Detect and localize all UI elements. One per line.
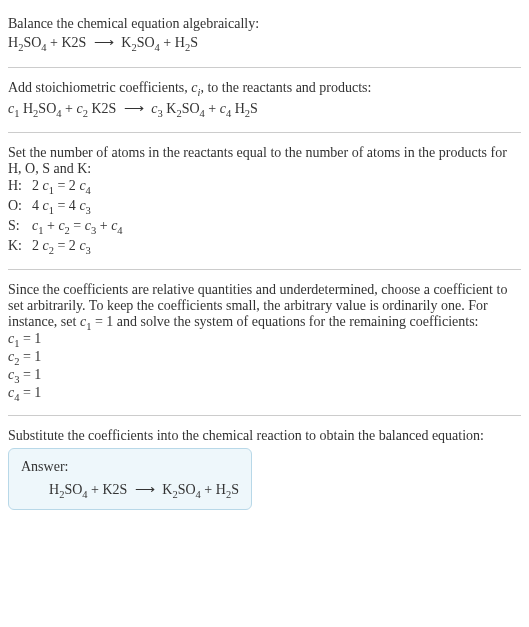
atom-label-k: K:	[8, 238, 32, 254]
r3-val: = 1	[19, 367, 41, 382]
s-eq: =	[70, 218, 85, 233]
choose-section: Since the coefficients are relative quan…	[8, 274, 521, 411]
answer-box: Answer: H2SO4 + K2S ⟶ K2SO4 + H2S	[8, 448, 252, 511]
o-eq-a: 4	[32, 198, 43, 213]
atoms-text: Set the number of atoms in the reactants…	[8, 145, 521, 177]
intro-text: Balance the chemical equation algebraica…	[8, 16, 521, 32]
divider	[8, 269, 521, 270]
ans-plus1: + K2S	[88, 482, 131, 497]
plus2: +	[205, 101, 220, 116]
k2s: K2S	[88, 101, 120, 116]
k2so4-k: K	[163, 101, 177, 116]
choose-text: Since the coefficients are relative quan…	[8, 282, 521, 332]
atom-row-o: O:4 c1 = 4 c3	[8, 197, 521, 217]
coeff-row-2: c2 = 1	[8, 349, 521, 367]
ans-s: S	[231, 482, 239, 497]
choose-text-b: = 1 and solve the system of equations fo…	[91, 314, 478, 329]
ans-plus2: + H	[201, 482, 226, 497]
h-c4-sub: 4	[86, 185, 91, 196]
substitute-text: Substitute the coefficients into the che…	[8, 428, 521, 444]
atom-row-k: K:2 c2 = 2 c3	[8, 237, 521, 257]
divider	[8, 415, 521, 416]
atom-label-h: H:	[8, 178, 32, 194]
plus-h2s: + H	[160, 35, 185, 50]
arrow-icon: ⟶	[131, 482, 159, 497]
s-plus: +	[43, 218, 58, 233]
stoich-equation: c1 H2SO4 + c2 K2S ⟶ c3 K2SO4 + c4 H2S	[8, 98, 521, 121]
coeff-row-1: c1 = 1	[8, 331, 521, 349]
stoich-text-a: Add stoichiometric coefficients,	[8, 80, 191, 95]
stoich-section: Add stoichiometric coefficients, ci, to …	[8, 72, 521, 129]
r2-val: = 1	[19, 349, 41, 364]
h-eq-mid: = 2	[54, 178, 79, 193]
h2so4-h: H	[19, 101, 33, 116]
product-k2so4-k: K	[118, 35, 132, 50]
k-eq-mid: = 2	[54, 238, 79, 253]
arrow-icon: ⟶	[120, 101, 148, 116]
ans-so: SO	[64, 482, 82, 497]
reactant-h2so4-so: SO	[23, 35, 41, 50]
arrow-icon: ⟶	[90, 35, 118, 50]
intro-equation: H2SO4 + K2S ⟶ K2SO4 + H2S	[8, 32, 521, 55]
k2so4-so: SO	[182, 101, 200, 116]
plus1: +	[62, 101, 77, 116]
r1-val: = 1	[19, 331, 41, 346]
atoms-section: Set the number of atoms in the reactants…	[8, 137, 521, 264]
h2s-s: S	[250, 101, 258, 116]
divider	[8, 132, 521, 133]
intro-section: Balance the chemical equation algebraica…	[8, 8, 521, 63]
atom-label-s: S:	[8, 218, 32, 234]
atom-row-s: S:c1 + c2 = c3 + c4	[8, 217, 521, 237]
stoich-text: Add stoichiometric coefficients, ci, to …	[8, 80, 521, 98]
s-c4-sub: 4	[117, 225, 122, 236]
divider	[8, 67, 521, 68]
k-c3-sub: 3	[86, 245, 91, 256]
product-k2so4-so: SO	[137, 35, 155, 50]
o-eq-mid: = 4	[54, 198, 79, 213]
stoich-text-b: , to the reactants and products:	[200, 80, 371, 95]
k-eq-a: 2	[32, 238, 43, 253]
h-eq-a: 2	[32, 178, 43, 193]
ans-h: H	[49, 482, 59, 497]
reactant-h2so4-h: H	[8, 35, 18, 50]
h2s-h: H	[231, 101, 245, 116]
ans-so2: SO	[178, 482, 196, 497]
answer-label: Answer:	[21, 459, 239, 475]
h2so4-so: SO	[38, 101, 56, 116]
substitute-section: Substitute the coefficients into the che…	[8, 420, 521, 519]
atom-row-h: H:2 c1 = 2 c4	[8, 177, 521, 197]
product-h2s-s: S	[190, 35, 198, 50]
ans-k: K	[159, 482, 173, 497]
r4-val: = 1	[19, 385, 41, 400]
answer-equation: H2SO4 + K2S ⟶ K2SO4 + H2S	[21, 481, 239, 500]
plus-k2s: + K2S	[47, 35, 90, 50]
o-c3-sub: 3	[86, 205, 91, 216]
coeff-row-3: c3 = 1	[8, 367, 521, 385]
coeff-row-4: c4 = 1	[8, 385, 521, 403]
s-plus2: +	[96, 218, 111, 233]
atom-label-o: O:	[8, 198, 32, 214]
